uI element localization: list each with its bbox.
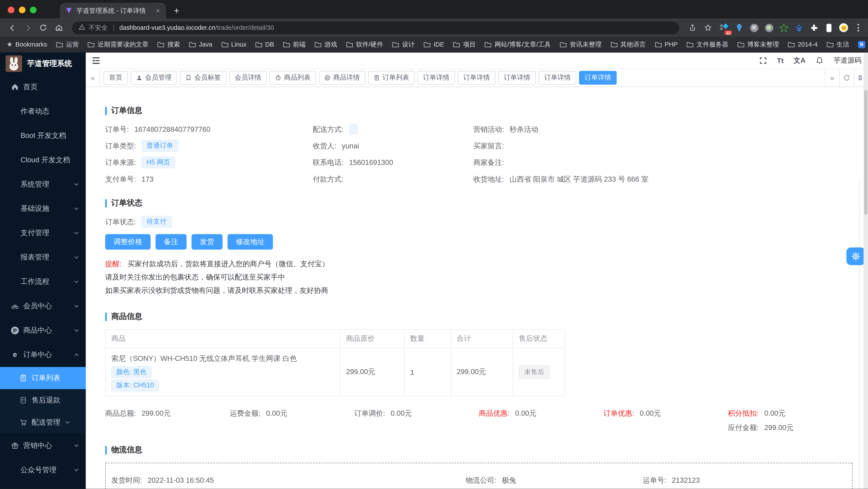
edit-address-button[interactable]: 修改地址 [227,234,273,249]
tag-order-detail[interactable]: 订单详情 [458,71,495,85]
bookmark-folder[interactable]: 前端 [283,40,305,48]
bookmark-folder[interactable]: 项目 [453,40,476,48]
tag-member-manage[interactable]: 会员管理 [131,71,177,85]
home-button[interactable] [52,21,65,34]
sidebar-item-home[interactable]: 首页 [0,75,86,99]
back-button[interactable] [5,21,19,34]
tab-close-icon[interactable]: × [154,7,162,15]
sidebar-item-member-center[interactable]: 会员中心 [0,294,86,318]
fullscreen-icon[interactable] [759,57,767,65]
extension-recorder-icon[interactable] [764,23,774,33]
page-url[interactable]: dashboard-vue3.yudao.iocoder.cn/trade/or… [119,24,274,31]
extension-green-star-icon[interactable] [779,23,789,33]
bookmark-folder[interactable]: 2014-4 [788,41,817,48]
sidebar-item-author-news[interactable]: 作者动态 [0,99,86,123]
order-detail-page: 订单信息 订单号:1674807288407797760 配送方式: 营销活动:… [86,87,868,489]
tag-product-list[interactable]: 商品列表 [270,71,316,85]
tag-member-label[interactable]: 会员标签 [180,71,226,85]
sidebar-item-payment[interactable]: 支付管理 [0,221,86,245]
bookmark-folder[interactable]: 搜索 [157,40,180,48]
remark-button[interactable]: 备注 [156,234,186,249]
bookmark-folder[interactable]: 设计 [392,40,415,48]
new-tab-button[interactable]: + [166,5,187,19]
macos-window-controls[interactable] [0,7,44,19]
ship-button[interactable]: 发货 [191,234,222,249]
sku-color-badge: 颜色: 黑色 [111,367,151,378]
bookmark-folder[interactable]: Java [189,41,212,48]
sidebar-item-product-center[interactable]: P 商品中心 [0,318,86,343]
tag-order-detail[interactable]: 订单详情 [498,71,536,85]
profile-avatar[interactable] [839,23,849,33]
tags-scroll-left-icon[interactable]: « [86,69,100,86]
adjust-price-button[interactable]: 调整价格 [105,234,151,249]
scrollbar-thumb[interactable] [864,90,867,215]
share-icon[interactable] [686,21,699,34]
tags-scroll-right-icon[interactable]: » [825,69,839,86]
extension-balloon-icon[interactable] [734,23,744,33]
minimize-window-button[interactable] [19,7,26,13]
tags-refresh-icon[interactable] [839,69,854,86]
bookmark-folder[interactable]: 文件服务器 [687,40,728,48]
extension-vue-devtools-icon[interactable] [794,23,804,33]
bookmark-folder[interactable]: PHP [655,41,678,48]
browser-menu-icon[interactable] [853,24,862,32]
sidebar-item-workflow[interactable]: 工作流程 [0,270,86,294]
sidebar-item-official-account[interactable]: 公众号管理 [0,458,86,482]
forward-button[interactable] [21,21,34,34]
bookmark-folder[interactable]: 其他语言 [611,40,646,48]
tag-order-detail[interactable]: 订单详情 [539,71,576,85]
extensions-puzzle-icon[interactable] [809,23,819,33]
address-bar[interactable]: 不安全 dashboard-vue3.yudao.iocoder.cn/trad… [72,21,679,34]
username[interactable]: 芋道源码 [834,56,861,65]
bookmark-folder[interactable]: 软件/硬件 [346,40,383,48]
notification-bell-icon[interactable] [815,57,824,65]
bookmark-folder[interactable]: 生活 [827,40,849,48]
tag-home[interactable]: 首页 [103,71,128,85]
sidebar-item-report[interactable]: 报表管理 [0,245,86,270]
bookmarks-root[interactable]: ★Bookmarks [7,40,48,48]
sidebar-item-delivery[interactable]: 配送管理 [0,411,86,433]
security-label[interactable]: 不安全 [89,24,108,32]
sidebar-item-system[interactable]: 系统管理 [0,172,86,196]
bookmark-folder[interactable]: Linux [221,41,246,48]
tag-order-detail[interactable]: 订单详情 [417,71,455,85]
bookmark-folder[interactable]: 博客未整理 [737,40,779,48]
extension-sidebar-icon[interactable] [824,23,834,33]
page-scrollbar[interactable] [864,53,868,489]
sidebar-item-order-list[interactable]: 订单列表 [0,367,86,389]
font-size-icon[interactable]: Tt [777,57,784,65]
bookmark-folder[interactable]: 游戏 [315,40,337,48]
table-header-row: 商品 商品原价 数量 合计 售后状态 [105,330,565,348]
sidebar-item-infra[interactable]: 基础设施 [0,196,86,221]
collapse-sidebar-icon[interactable] [91,56,101,65]
bookmark-folder[interactable]: 网站/博客/文章/工具 [485,40,551,48]
bookmark-folder[interactable]: 近期需要读的文章 [88,40,149,48]
bookmark-star-icon[interactable] [701,21,715,34]
security-warning-icon[interactable] [79,23,85,33]
sidebar-item-aftersale-refund[interactable]: 售后退款 [0,389,86,411]
sidebar-item-order-center[interactable]: e 订单中心 [0,343,86,367]
reload-button[interactable] [36,21,50,34]
extension-cmd-icon[interactable]: ⌘ [749,23,759,33]
bookmark-folder[interactable]: 运营 [56,40,79,48]
sidebar-item-cloud-docs[interactable]: Cloud 开发文档 [0,148,86,172]
theme-settings-button[interactable] [846,247,865,265]
bookmark-folder[interactable]: DB [255,41,274,48]
extension-tabs-icon[interactable]: 12 [719,23,729,33]
extensions-area: 12 ⌘ [717,23,851,33]
sidebar-item-marketing-center[interactable]: 营销中心 [0,433,86,458]
zoom-window-button[interactable] [30,7,36,13]
sidebar-item-boot-docs[interactable]: Boot 开发文档 [0,123,86,148]
bookmark-folder[interactable]: IDE [424,41,444,48]
tag-order-detail-active[interactable]: 订单详情 [579,71,617,85]
tag-order-list[interactable]: 订单列表 [368,71,415,85]
close-window-button[interactable] [8,7,14,13]
browser-tab[interactable]: 芋道管理系统 - 订单详情 × [60,3,166,19]
tag-member-detail[interactable]: 会员详情 [229,71,267,85]
locale-icon[interactable]: 文A [794,56,806,65]
tag-product-detail[interactable]: 商品详情 [319,71,366,85]
bookmark-site[interactable]: BJava开发 | 小组首.. [858,40,868,48]
app-root: 芋道管理系统 首页 作者动态 Boot 开发文档 Cloud 开发文档 系统管理… [0,53,868,489]
app-logo[interactable]: 芋道管理系统 [0,53,86,75]
bookmark-folder[interactable]: 资讯未整理 [560,40,601,48]
